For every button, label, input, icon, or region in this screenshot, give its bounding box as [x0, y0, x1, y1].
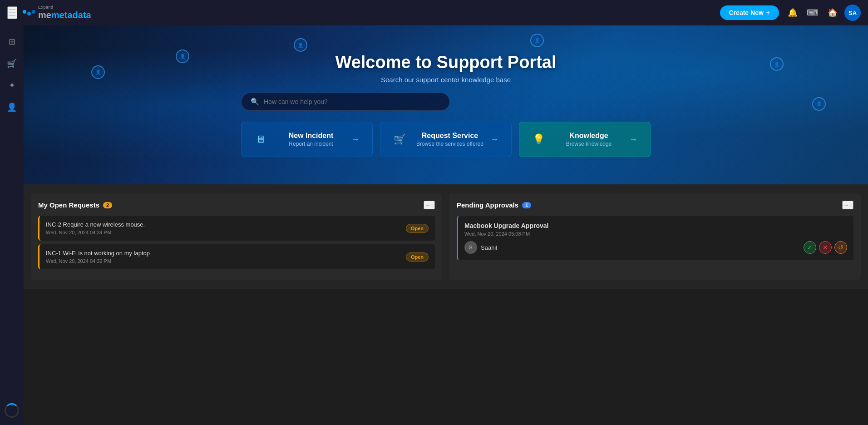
open-requests-header: My Open Requests 2 →≡: [38, 201, 435, 209]
main-content: Welcome to Support Portal Search our sup…: [24, 25, 868, 289]
pending-approvals-label: Pending Approvals: [457, 201, 518, 209]
service-card-subtitle: Browse the services offered: [416, 141, 484, 147]
request-inc1-info: INC-1 Wi-Fi is not working on my laptop …: [46, 250, 406, 264]
service-icon: 🛒: [390, 129, 409, 149]
sidebar-item-dashboard[interactable]: ⊞: [3, 33, 21, 51]
bottom-section: My Open Requests 2 →≡ INC-2 Require a ne…: [24, 184, 868, 289]
incident-card-title: New Incident: [277, 132, 345, 140]
hero-content: Welcome to Support Portal Search our sup…: [241, 53, 651, 157]
top-navigation: ☰ Expand memetadata Create New + 🔔 ⌨ 🏠 S…: [0, 0, 868, 25]
approval-1-date: Wed, Nov 20, 2024 05:08 PM: [464, 231, 847, 237]
user-icon: 👤: [7, 102, 17, 112]
approval-user-name: Saahil: [481, 244, 497, 251]
logo-expand-text: Expand: [38, 5, 91, 10]
search-input[interactable]: [264, 98, 440, 105]
approve-button[interactable]: ✓: [804, 241, 816, 254]
cart-icon: 🛒: [7, 59, 17, 69]
dashboard-icon: ⊞: [9, 37, 15, 47]
sidebar-item-cart[interactable]: 🛒: [3, 54, 21, 73]
create-new-plus-icon: +: [766, 9, 770, 16]
logo: Expand memetadata: [23, 5, 91, 20]
logo-dot-2: [27, 12, 31, 15]
knowledge-card-arrow: →: [629, 135, 637, 144]
request-inc1-status: Open: [406, 252, 429, 262]
approval-1-actions: ✓ ✕ ↺: [804, 241, 847, 254]
request-inc1-title: INC-1 Wi-Fi is not working on my laptop: [46, 250, 406, 257]
incident-card-arrow: →: [351, 135, 360, 144]
request-item-inc1[interactable]: INC-1 Wi-Fi is not working on my laptop …: [38, 244, 435, 269]
incident-card-subtitle: Report an incident: [277, 141, 345, 147]
incident-card-text: New Incident Report an incident: [277, 132, 345, 147]
keyboard-button[interactable]: ⌨: [804, 5, 821, 21]
request-inc2-status: Open: [406, 224, 429, 233]
pending-approvals-panel: Pending Approvals 1 →≡ Macbook Upgrade A…: [449, 193, 861, 280]
open-requests-label: My Open Requests: [38, 201, 99, 209]
create-new-button[interactable]: Create New +: [720, 5, 779, 20]
star-icon: ✦: [9, 80, 15, 90]
avatar[interactable]: SA: [844, 5, 861, 21]
sidebar-bottom: [5, 403, 19, 418]
open-requests-badge: 2: [103, 202, 112, 208]
open-requests-view-all[interactable]: →≡: [424, 201, 435, 209]
home-icon: 🏠: [828, 8, 838, 18]
incident-icon: 🖥: [251, 129, 271, 149]
logo-dots: [23, 10, 35, 15]
hero-subtitle: Search our support center knowledge base: [241, 76, 651, 84]
knowledge-icon: 💡: [528, 129, 548, 149]
avatar-initials: SA: [848, 10, 857, 16]
pending-approvals-header: Pending Approvals 1 →≡: [457, 201, 853, 209]
new-incident-card[interactable]: 🖥 New Incident Report an incident →: [241, 122, 373, 157]
approval-1-footer: S Saahil ✓ ✕ ↺: [464, 241, 847, 254]
nav-icons: 🔔 ⌨ 🏠 SA: [784, 5, 861, 21]
reject-button[interactable]: ✕: [819, 241, 832, 254]
approval-item-1: Macbook Upgrade Approval Wed, Nov 20, 20…: [457, 216, 853, 260]
request-inc2-info: INC-2 Require a new wireless mouse. Wed,…: [46, 221, 406, 235]
notifications-button[interactable]: 🔔: [784, 5, 801, 21]
open-requests-title: My Open Requests 2: [38, 201, 112, 209]
sidebar-item-user[interactable]: 👤: [3, 98, 21, 116]
hero-search-bar[interactable]: 🔍: [241, 93, 450, 111]
logo-dot-1: [23, 10, 26, 14]
knowledge-card-text: Knowledge Browse knowledge: [555, 132, 623, 147]
request-service-card[interactable]: 🛒 Request Service Browse the services of…: [380, 122, 512, 157]
hero-banner: Welcome to Support Portal Search our sup…: [24, 25, 868, 184]
sidebar-item-star[interactable]: ✦: [3, 76, 21, 94]
knowledge-card-title: Knowledge: [555, 132, 623, 140]
knowledge-card[interactable]: 💡 Knowledge Browse knowledge →: [519, 122, 651, 157]
pending-approvals-title: Pending Approvals 1: [457, 201, 531, 209]
logo-text: Expand memetadata: [38, 5, 91, 20]
request-inc1-date: Wed, Nov 20, 2024 04:32 PM: [46, 258, 406, 264]
pending-approvals-badge: 1: [522, 202, 531, 208]
loader-icon: [5, 403, 19, 418]
request-inc2-title: INC-2 Require a new wireless mouse.: [46, 221, 406, 228]
open-requests-panel: My Open Requests 2 →≡ INC-2 Require a ne…: [31, 193, 442, 280]
hamburger-menu[interactable]: ☰: [7, 6, 17, 19]
knowledge-card-subtitle: Browse knowledge: [555, 141, 623, 147]
sidebar: ⊞ 🛒 ✦ 👤: [0, 25, 24, 425]
keyboard-icon: ⌨: [807, 8, 819, 18]
service-card-title: Request Service: [416, 132, 484, 140]
hero-title: Welcome to Support Portal: [241, 53, 651, 72]
home-button[interactable]: 🏠: [824, 5, 841, 21]
service-card-text: Request Service Browse the services offe…: [416, 132, 484, 147]
logo-dot-3: [32, 10, 35, 14]
request-item-inc2[interactable]: INC-2 Require a new wireless mouse. Wed,…: [38, 216, 435, 241]
bell-icon: 🔔: [788, 8, 798, 18]
approval-user-avatar: S: [464, 241, 477, 254]
create-new-label: Create New: [729, 9, 764, 16]
pending-approvals-view-all[interactable]: →≡: [842, 201, 853, 209]
search-icon: 🔍: [251, 98, 259, 106]
service-card-arrow: →: [490, 135, 498, 144]
logo-name: memetadata: [38, 10, 91, 20]
action-cards: 🖥 New Incident Report an incident → 🛒 Re…: [241, 122, 651, 157]
request-inc2-date: Wed, Nov 20, 2024 04:34 PM: [46, 230, 406, 235]
approval-1-user: S Saahil: [464, 241, 497, 254]
undo-button[interactable]: ↺: [834, 241, 847, 254]
approval-1-title: Macbook Upgrade Approval: [464, 222, 847, 229]
